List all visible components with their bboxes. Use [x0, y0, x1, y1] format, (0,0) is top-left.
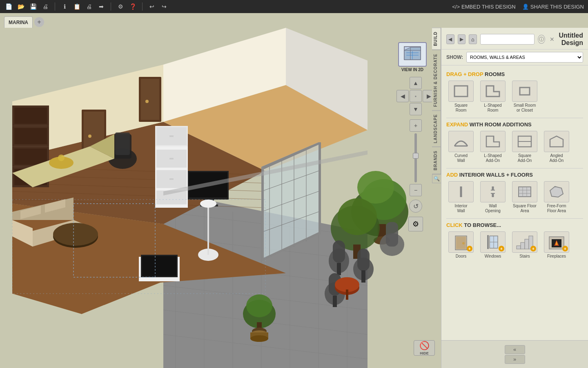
show-label: SHOW:: [446, 54, 463, 60]
tab-search[interactable]: 🔍: [432, 174, 441, 183]
view2d-button[interactable]: VIEW IN 2D: [396, 39, 429, 72]
panel-close-button[interactable]: ✕: [548, 35, 556, 44]
view2d-label: VIEW IN 2D: [401, 67, 423, 72]
panel-forward-button[interactable]: ▶: [458, 34, 466, 44]
svg-point-94: [338, 198, 377, 235]
collapse-panel: « »: [441, 340, 588, 368]
toolbar-print-icon[interactable]: 🖨: [41, 2, 50, 11]
svg-rect-105: [337, 263, 341, 275]
svg-rect-32: [14, 108, 47, 124]
angled-addon-item[interactable]: AngledAdd-On: [542, 131, 571, 163]
windows-item[interactable]: + Windows: [478, 231, 508, 259]
l-shaped-room-item[interactable]: L-ShapedRoom: [478, 81, 508, 113]
zoom-thumb[interactable]: [413, 153, 419, 159]
svg-point-73: [58, 155, 65, 161]
divider-3: [446, 218, 583, 219]
view2d-icon: [398, 42, 427, 67]
svg-point-41: [145, 100, 149, 103]
toolbar-redo-icon[interactable]: ↪: [160, 2, 169, 11]
interior-grid: InteriorWall WallOpening: [446, 181, 583, 213]
pan-up-button[interactable]: ▲: [410, 77, 422, 89]
small-room-item[interactable]: Small Roomor Closet: [510, 81, 539, 113]
tab-marina-label: MARINA: [9, 20, 28, 25]
canvas[interactable]: VIEW IN 2D ▲ ◀ ● ▶ ▼ + − ↺: [0, 28, 441, 368]
svg-point-149: [462, 242, 465, 245]
wall-opening-icon: [480, 181, 506, 202]
zoom-in-button[interactable]: +: [410, 119, 422, 132]
panel-search-input[interactable]: [481, 35, 535, 43]
panel-info-button[interactable]: ⓘ: [538, 35, 545, 44]
tab-marina[interactable]: MARINA: [4, 16, 33, 28]
pan-down-button[interactable]: ▼: [410, 103, 422, 115]
share-button[interactable]: 👤 SHARE THIS DESIGN: [522, 4, 584, 10]
curved-wall-item[interactable]: CurvedWall: [446, 131, 476, 163]
embed-button[interactable]: </> EMBED THIS DESIGN: [452, 4, 515, 10]
doors-item[interactable]: + Doors: [446, 231, 476, 259]
interior-wall-item[interactable]: InteriorWall: [446, 181, 476, 213]
collapse-down-button[interactable]: »: [505, 355, 525, 364]
panel-search: 🔍: [480, 34, 535, 45]
fireplaces-item[interactable]: + Fireplaces: [542, 231, 571, 259]
svg-rect-156: [525, 239, 529, 249]
tab-build[interactable]: BUILD: [432, 28, 441, 50]
tab-furnish[interactable]: FURNISH & DECORATE: [432, 50, 441, 111]
svg-rect-108: [361, 270, 365, 283]
divider-2: [446, 168, 583, 168]
toolbar-export-icon[interactable]: ➡: [97, 2, 106, 11]
toolbar-info-icon[interactable]: ℹ: [60, 2, 69, 11]
small-room-icon: [512, 81, 537, 102]
svg-rect-104: [333, 240, 345, 263]
svg-rect-40: [141, 79, 159, 120]
section-interior-highlight: ADD: [446, 172, 458, 178]
svg-point-87: [200, 200, 216, 208]
toolbar: 📄 📂 💾 🖨 ℹ 📋 🖨 ➡ ⚙ ❓ ↩ ↪ </> EMBED THIS D…: [0, 0, 588, 13]
toolbar-clipboard-icon[interactable]: 📋: [72, 2, 81, 11]
square-addon-icon: [512, 131, 537, 152]
zoom-out-button[interactable]: −: [410, 184, 422, 196]
freeform-floor-item[interactable]: Free-FormFloor Area: [542, 181, 571, 213]
toolbar-print2-icon[interactable]: 🖨: [85, 2, 94, 11]
section-drag-drop-header: DRAG + DROP ROOMS: [446, 71, 583, 77]
square-floor-item[interactable]: Square FloorArea: [510, 181, 539, 213]
svg-rect-48: [169, 135, 174, 137]
svg-point-102: [250, 335, 268, 342]
toolbar-open-icon[interactable]: 📂: [16, 2, 25, 11]
panel-back-button[interactable]: ◀: [446, 34, 454, 44]
fireplaces-icon: +: [544, 231, 569, 253]
section-header-highlight: DRAG + DROP: [446, 71, 483, 77]
panel-header: ◀ ▶ ⌂ 🔍 ⓘ ✕ Untitled Design: [441, 28, 588, 49]
tab-landscape[interactable]: LANDSCAPE: [432, 110, 441, 147]
toolbar-help-icon[interactable]: ❓: [128, 2, 137, 11]
toolbar-new-icon[interactable]: 📄: [4, 2, 13, 11]
svg-rect-50: [169, 178, 174, 180]
tab-brands[interactable]: BRANDS: [432, 147, 441, 174]
collapse-up-button[interactable]: «: [505, 345, 525, 354]
section-browse-highlight: CLICK: [446, 222, 463, 228]
pan-left-button[interactable]: ◀: [396, 90, 409, 102]
panel-content: DRAG + DROP ROOMS SquareRoom: [441, 65, 588, 340]
tab-add-button[interactable]: +: [34, 17, 44, 27]
svg-rect-141: [519, 187, 531, 197]
section-interior-dark: INTERIOR WALLS + FLOORS: [459, 172, 533, 178]
stairs-item[interactable]: + Stairs: [510, 231, 539, 259]
square-room-item[interactable]: SquareRoom: [446, 81, 476, 113]
toolbar-undo-icon[interactable]: ↩: [147, 2, 156, 11]
pan-center-button[interactable]: ●: [410, 90, 422, 102]
wall-opening-item[interactable]: WallOpening: [478, 181, 508, 213]
toolbar-settings-icon[interactable]: ⚙: [116, 2, 125, 11]
settings-icon[interactable]: ⚙: [408, 217, 423, 231]
hide-button[interactable]: 🚫 HIDE: [414, 340, 435, 356]
square-addon-item[interactable]: SquareAdd-On: [510, 131, 539, 163]
svg-rect-111: [333, 296, 337, 307]
zoom-track[interactable]: [414, 133, 417, 182]
section-header-dark: ROOMS: [485, 71, 505, 77]
panel-home-button[interactable]: ⌂: [469, 34, 477, 44]
toolbar-save-icon[interactable]: 💾: [29, 2, 38, 11]
l-shaped-addon-item[interactable]: L-ShapedAdd-On: [478, 131, 508, 163]
rotate-button[interactable]: ↺: [409, 200, 422, 213]
zoom-control: + −: [410, 119, 422, 196]
svg-rect-114: [346, 289, 348, 300]
show-select[interactable]: ROOMS, WALLS & AREAS FURNITURE ALL: [466, 52, 583, 63]
tabbar: MARINA +: [0, 13, 588, 28]
l-shaped-addon-icon: [480, 131, 506, 152]
